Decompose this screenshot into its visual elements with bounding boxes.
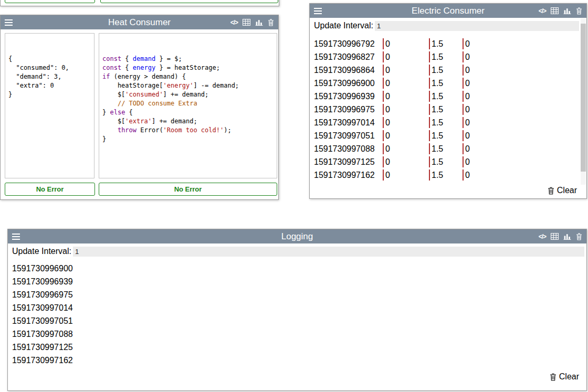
- chart-view-icon[interactable]: [563, 7, 571, 14]
- chart-view-icon[interactable]: [255, 19, 263, 26]
- data-row: 159173099693901.50: [314, 90, 579, 103]
- row-timestamp: 1591730996792: [314, 39, 383, 49]
- no-error-button[interactable]: No Error: [100, 0, 278, 3]
- panel-header: Logging </>: [8, 229, 586, 243]
- menu-icon[interactable]: [12, 234, 20, 240]
- dashboard: No Error No Error Heat Consumer </>: [0, 0, 588, 392]
- panel-title: Logging: [8, 231, 586, 242]
- row-value: 0: [383, 65, 429, 76]
- row-value: 1.5: [429, 65, 463, 76]
- row-value: 0: [463, 143, 579, 154]
- row-value: 1.5: [429, 38, 463, 49]
- no-error-button[interactable]: No Error: [5, 0, 95, 3]
- log-row: 1591730996900: [12, 262, 581, 275]
- clear-label: Clear: [557, 186, 577, 195]
- log-row: 1591730997014: [12, 301, 581, 314]
- row-timestamp: 1591730996827: [314, 52, 383, 62]
- row-value: 1.5: [429, 104, 463, 115]
- data-row: 159173099708801.50: [314, 142, 579, 155]
- row-value: 0: [383, 143, 429, 154]
- code-view-icon[interactable]: </>: [539, 7, 546, 15]
- trash-icon[interactable]: [576, 7, 582, 15]
- clear-button[interactable]: Clear: [548, 186, 577, 195]
- row-timestamp: 1591730996975: [314, 105, 383, 114]
- scrollbar-thumb[interactable]: [581, 24, 586, 172]
- panel-header: Electric Consumer </>: [310, 4, 586, 18]
- row-value: 0: [383, 130, 429, 141]
- row-value: 1.5: [429, 143, 463, 154]
- clear-button[interactable]: Clear: [550, 372, 579, 382]
- scrollbar[interactable]: [581, 18, 586, 185]
- code-editor-content: const { demand } = $;const { energy } = …: [102, 55, 274, 144]
- row-value: 0: [383, 104, 429, 115]
- row-value: 1.5: [429, 91, 463, 102]
- update-interval-input[interactable]: [73, 247, 584, 257]
- row-value: 0: [383, 117, 429, 128]
- row-value: 0: [463, 65, 579, 76]
- log-row: 1591730996939: [12, 275, 581, 288]
- log-row: 1591730997088: [12, 327, 581, 341]
- no-error-button[interactable]: No Error: [99, 183, 277, 196]
- row-timestamp: 1591730997014: [314, 118, 383, 128]
- menu-icon[interactable]: [5, 19, 13, 26]
- update-interval-label: Update Interval:: [314, 21, 373, 30]
- data-row: 159173099682701.50: [314, 50, 579, 63]
- panel-header: Heat Consumer </>: [1, 15, 278, 29]
- trash-icon: [550, 373, 556, 381]
- logging-panel: Logging </>: [7, 229, 587, 391]
- data-row: 159173099679201.50: [314, 37, 579, 50]
- data-row: 159173099701401.50: [314, 116, 579, 129]
- chart-view-icon[interactable]: [563, 233, 571, 240]
- data-row: 159173099716201.50: [314, 168, 579, 182]
- data-row: 159173099686401.50: [314, 63, 579, 77]
- row-value: 0: [463, 130, 579, 141]
- row-value: 0: [463, 156, 579, 167]
- state-json-editor[interactable]: { "consumed": 0, "demand": 3, "extra": 0…: [5, 33, 94, 178]
- row-value: 1.5: [429, 130, 463, 141]
- menu-icon[interactable]: [314, 8, 322, 14]
- row-value: 0: [383, 169, 429, 181]
- row-value: 0: [383, 91, 429, 102]
- row-value: 0: [463, 104, 579, 115]
- code-view-icon[interactable]: </>: [230, 19, 238, 26]
- table-view-icon[interactable]: [243, 19, 250, 26]
- table-view-icon[interactable]: [551, 233, 559, 240]
- state-json-content: { "consumed": 0, "demand": 3, "extra": 0…: [8, 55, 91, 99]
- row-timestamp: 1591730997051: [314, 131, 383, 141]
- row-value: 1.5: [429, 78, 463, 89]
- no-error-button[interactable]: No Error: [5, 183, 95, 196]
- row-value: 0: [383, 38, 429, 49]
- trash-icon[interactable]: [268, 19, 274, 26]
- log-row: 1591730997125: [12, 341, 581, 354]
- row-timestamp: 1591730996900: [314, 79, 383, 88]
- row-value: 0: [463, 169, 579, 181]
- row-timestamp: 1591730997125: [314, 157, 383, 167]
- log-row: 1591730997051: [12, 314, 581, 327]
- row-timestamp: 1591730997162: [314, 171, 383, 180]
- clear-label: Clear: [559, 372, 579, 382]
- row-value: 0: [463, 117, 579, 128]
- row-value: 1.5: [429, 156, 463, 167]
- code-view-icon[interactable]: </>: [539, 233, 546, 240]
- update-interval-label: Update Interval:: [12, 247, 71, 256]
- row-timestamp: 1591730996939: [314, 92, 383, 101]
- log-row: 1591730996975: [12, 288, 581, 301]
- logging-rows: 1591730996900159173099693915917309969751…: [12, 262, 581, 367]
- row-value: 0: [383, 51, 429, 62]
- row-value: 0: [383, 156, 429, 167]
- log-row: 1591730997162: [12, 354, 581, 367]
- trash-icon[interactable]: [576, 233, 582, 240]
- row-timestamp: 1591730996864: [314, 66, 383, 75]
- electric-rows: 159173099679201.50159173099682701.501591…: [314, 37, 579, 182]
- row-value: 1.5: [429, 117, 463, 128]
- code-editor[interactable]: const { demand } = $;const { energy } = …: [99, 33, 277, 178]
- row-value: 1.5: [429, 169, 463, 181]
- row-timestamp: 1591730997088: [314, 144, 383, 154]
- row-value: 0: [383, 78, 429, 89]
- data-row: 159173099697501.50: [314, 103, 579, 116]
- trash-icon: [548, 187, 554, 195]
- electric-consumer-panel: Electric Consumer </>: [309, 3, 587, 199]
- table-view-icon[interactable]: [551, 7, 559, 14]
- update-interval-input[interactable]: [375, 21, 579, 31]
- data-row: 159173099712501.50: [314, 155, 579, 168]
